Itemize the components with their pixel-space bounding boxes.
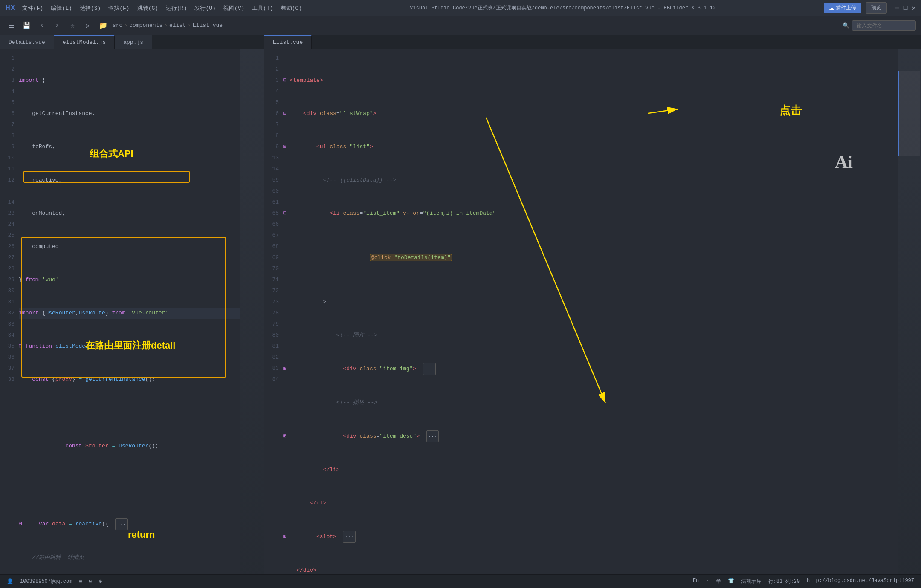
breadcrumb-components[interactable]: components	[129, 22, 162, 29]
code-content-right[interactable]: ⊟ <template> ⊟ <div class="listWrap"> ⊟ …	[281, 49, 921, 574]
status-law-ref[interactable]: 法规示库	[741, 578, 762, 585]
search-bar: 🔍	[843, 20, 916, 31]
status-bar: 👤 1003989507@qq.com ⊞ ⊟ ⚙ En · 半 👕 法规示库 …	[0, 574, 921, 588]
title-bar-left: HX 文件(F) 编辑(E) 选择(S) 查找(F) 跳转(G) 运行(R) 发…	[5, 3, 302, 13]
forward-icon[interactable]: ›	[51, 20, 63, 32]
run-icon[interactable]: ▷	[82, 20, 94, 32]
right-editor-panel: 1 2 3 4 5 6 7 8 9 13 14 59 60 61 65 66 6…	[264, 49, 921, 574]
menu-release[interactable]: 发行(U)	[194, 4, 215, 12]
minimap-left	[240, 49, 264, 574]
toolbar: ☰ 💾 ‹ › ☆ ▷ 📁 src › components › elist ›…	[0, 16, 921, 35]
status-settings-icon: ⚙	[99, 578, 102, 585]
bookmark-icon[interactable]: ☆	[67, 20, 78, 32]
menu-bar: 文件(F) 编辑(E) 选择(S) 查找(F) 跳转(G) 运行(R) 发行(U…	[22, 4, 302, 12]
menu-select[interactable]: 选择(S)	[80, 4, 101, 12]
folder-icon[interactable]: 📁	[97, 20, 109, 32]
line-numbers-left: 1 2 3 4 5 6 7 8 9 10 11 12 14 23 24 25 2…	[0, 49, 17, 574]
minimap-right	[898, 49, 921, 574]
upload-icon: ☁	[829, 5, 834, 11]
tab-bar: Details.vue elistModel.js app.js Elist.v…	[0, 35, 921, 49]
breadcrumb-src[interactable]: src	[113, 22, 122, 29]
status-encoding[interactable]: 半	[716, 578, 721, 585]
right-code-area: 1 2 3 4 5 6 7 8 9 13 14 59 60 61 65 66 6…	[264, 49, 921, 574]
status-user-icon: 👤	[7, 578, 13, 585]
tab-elist-model-js[interactable]: elistModel.js	[54, 35, 115, 49]
save-icon[interactable]: 💾	[20, 20, 32, 32]
breadcrumb: src › components › elist › Elist.vue	[113, 22, 223, 29]
app-logo: HX	[5, 3, 15, 13]
minimize-button[interactable]: ─	[895, 4, 899, 12]
left-code-area: 1 2 3 4 5 6 7 8 9 10 11 12 14 23 24 25 2…	[0, 49, 264, 574]
status-separator1: ·	[706, 578, 709, 585]
close-button[interactable]: ✕	[912, 4, 916, 12]
menu-search[interactable]: 查找(F)	[108, 4, 129, 12]
status-line-col: 行:81 列:20	[768, 578, 800, 585]
status-language[interactable]: En	[693, 578, 699, 585]
menu-help[interactable]: 帮助(O)	[281, 4, 302, 12]
status-layout-icon2: ⊟	[89, 578, 92, 585]
line-numbers-right: 1 2 3 4 5 6 7 8 9 13 14 59 60 61 65 66 6…	[264, 49, 281, 574]
breadcrumb-file[interactable]: Elist.vue	[193, 22, 223, 29]
sidebar-toggle-icon[interactable]: ☰	[5, 20, 17, 32]
title-bar-right: ☁ 插件上传 预览 ─ □ ✕	[824, 2, 916, 14]
preview-button[interactable]: 预览	[866, 2, 887, 14]
status-layout-icon1: ⊞	[79, 578, 82, 585]
tab-app-js[interactable]: app.js	[115, 35, 152, 49]
menu-view[interactable]: 视图(V)	[223, 4, 244, 12]
status-shirt-icon: 👕	[728, 578, 734, 585]
title-bar: HX 文件(F) 编辑(E) 选择(S) 查找(F) 跳转(G) 运行(R) 发…	[0, 0, 921, 16]
menu-tools[interactable]: 工具(T)	[252, 4, 273, 12]
file-search-input[interactable]	[852, 20, 916, 31]
status-bar-right: En · 半 👕 法规示库 行:81 列:20 http://blog.csdn…	[693, 578, 914, 585]
back-icon[interactable]: ‹	[36, 20, 48, 32]
tab-details-vue[interactable]: Details.vue	[0, 35, 54, 49]
maximize-button[interactable]: □	[904, 4, 908, 12]
right-tab-bar: Elist.vue	[264, 35, 921, 49]
status-url[interactable]: http://blog.csdn.net/JavaScript1997	[807, 578, 914, 585]
search-icon: 🔍	[843, 22, 849, 29]
menu-run[interactable]: 运行(R)	[166, 4, 187, 12]
left-tab-bar: Details.vue elistModel.js app.js	[0, 35, 264, 49]
left-editor-panel: 1 2 3 4 5 6 7 8 9 10 11 12 14 23 24 25 2…	[0, 49, 264, 574]
upload-button[interactable]: ☁ 插件上传	[824, 3, 861, 13]
menu-jump[interactable]: 跳转(G)	[137, 4, 158, 12]
status-user: 1003989507@qq.com	[20, 579, 72, 585]
editor-area: 1 2 3 4 5 6 7 8 9 10 11 12 14 23 24 25 2…	[0, 49, 921, 574]
breadcrumb-elist[interactable]: elist	[169, 22, 186, 29]
menu-edit[interactable]: 编辑(E)	[51, 4, 72, 12]
window-title: Visual Studio Code/Vue正式班/正式课项目实战/demo-e…	[302, 4, 824, 12]
code-content-left[interactable]: import { getCurrentInstance, toRefs, rea…	[17, 49, 264, 574]
tab-elist-vue[interactable]: Elist.vue	[264, 35, 312, 49]
menu-file[interactable]: 文件(F)	[22, 4, 43, 12]
